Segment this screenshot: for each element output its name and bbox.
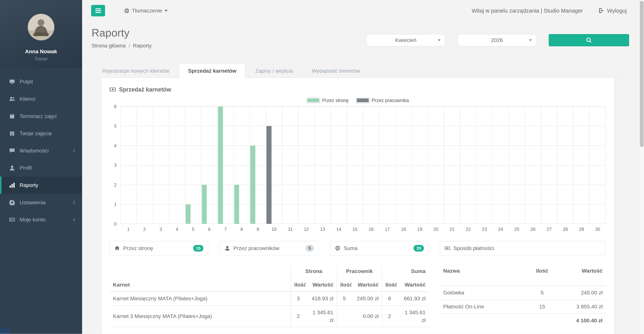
sidebar-item-label: Moje konto <box>20 216 46 223</box>
month-select-value: Kwiecień <box>395 37 416 43</box>
tab-3[interactable]: Wydajność trenerów <box>303 64 369 78</box>
x-axis-tick: 29 <box>574 227 590 232</box>
x-axis-tick: 11 <box>282 227 298 232</box>
home-icon <box>114 246 120 251</box>
payments-cell: 15 <box>528 300 557 314</box>
avatar[interactable] <box>28 14 54 40</box>
x-axis-tick: 1 <box>120 227 136 232</box>
money-icon <box>110 86 116 93</box>
user-icon <box>225 246 230 251</box>
user-icon <box>9 165 16 171</box>
summary-box-label: Suma <box>344 245 358 251</box>
y-axis-tick: 4 <box>114 143 116 148</box>
summary-box-przez-pracownikow: Przez pracowników5 <box>220 241 318 255</box>
x-axis-tick: 8 <box>234 227 250 232</box>
desktop-icon <box>9 79 16 85</box>
translate-dropdown[interactable]: Tłumaczenie <box>124 8 168 14</box>
y-axis-tick: 3 <box>114 163 116 168</box>
sales-column: Przez stronę15Przez pracowników5Suma20 S… <box>110 241 429 327</box>
sidebar-profile: Anna Nowak Trener <box>0 0 82 68</box>
search-button[interactable] <box>549 34 629 46</box>
topbar: Tłumaczenie Witaj w panelu zarządzania |… <box>82 0 644 21</box>
sidebar-item-profil[interactable]: Profil <box>0 159 82 176</box>
payments-col-header: Ilość <box>528 264 557 286</box>
money-icon <box>445 246 450 251</box>
user-role: Trener <box>4 56 78 62</box>
sales-table-row: Karnet 3 Miesięczny MATA (Pilates+Joga)2… <box>110 306 429 327</box>
legend-swatch <box>306 98 320 103</box>
page-scrollbar[interactable] <box>639 0 644 334</box>
breadcrumb: Strona główna / Raporty <box>92 42 152 49</box>
sales-col-header: Ilość <box>291 278 306 292</box>
tab-0[interactable]: Rejestracja nowych klientów <box>93 64 178 78</box>
sidebar-item-ustawienia[interactable]: Ustawienia <box>0 194 82 211</box>
tab-2[interactable]: Zapisy / wejścia <box>246 64 302 78</box>
payments-header-row: NazwaIlośćWartość <box>440 264 606 286</box>
payments-table-row: Płatność On-Line153 855.40 zł <box>440 300 606 314</box>
sidebar-item-klienci[interactable]: Klienci <box>0 90 82 108</box>
sidebar-item-moje-konto[interactable]: Moje konto <box>0 211 82 228</box>
chart-bar <box>218 106 223 224</box>
x-axis-tick: 6 <box>201 227 218 232</box>
legend-item: Przez stronę <box>306 98 349 103</box>
panel-title-text: Sprzedaż karnetów <box>119 86 171 93</box>
breadcrumb-home[interactable]: Strona główna <box>92 42 126 49</box>
x-axis-tick: 5 <box>185 227 201 232</box>
caret-down-icon <box>164 10 168 12</box>
summary-box-suma: Suma20 <box>330 241 429 255</box>
payments-col-header: Wartość <box>556 264 606 286</box>
logout-button[interactable]: Wyloguj <box>598 8 627 14</box>
x-axis-tick: 17 <box>379 227 396 232</box>
x-axis-tick: 10 <box>266 227 282 232</box>
sales-cell <box>337 306 352 327</box>
y-axis-tick: 2 <box>114 182 116 188</box>
calendar-check-icon <box>9 130 16 136</box>
sales-col-header: Wartość <box>397 278 429 292</box>
sidebar-item-label: Pulpit <box>20 78 33 85</box>
sidebar: Anna Nowak Trener PulpitKlienciTerminarz… <box>0 0 82 334</box>
sales-table-head: StronaPracownikSumaKarnetIlośćWartośćIlo… <box>110 264 429 292</box>
sales-col-header: Wartość <box>306 278 337 292</box>
sidebar-item-label: Twoje zajęcia <box>20 130 52 136</box>
month-select[interactable]: Kwiecień <box>366 34 445 46</box>
x-axis-tick: 7 <box>217 227 234 232</box>
chart-bar <box>202 185 207 224</box>
panel-title: Sprzedaż karnetów <box>110 86 606 93</box>
caret-down-icon <box>529 39 532 41</box>
sidebar-nav: PulpitKlienciTerminarz zajęćTwoje zajęci… <box>0 73 82 228</box>
y-axis-tick: 1 <box>114 202 116 207</box>
legend-label: Przez stronę <box>322 98 349 103</box>
topbar-right: Witaj w panelu zarządzania | Studio Mana… <box>472 8 627 14</box>
sales-table: StronaPracownikSumaKarnetIlośćWartośćIlo… <box>110 264 429 328</box>
sidebar-item-pulpit[interactable]: Pulpit <box>0 73 82 90</box>
x-axis-tick: 13 <box>314 227 331 232</box>
payments-column: Sposób płatności NazwaIlośćWartość Gotów… <box>440 241 606 327</box>
sign-out-icon <box>598 8 604 14</box>
comments-icon <box>9 148 16 154</box>
chevron-left-icon <box>72 200 76 205</box>
page-heading: Raporty Strona główna / Raporty Kwiecień… <box>82 21 644 49</box>
tab-1[interactable]: Sprzedaż karnetów <box>179 64 245 78</box>
summary-box-label: Sposób płatności <box>454 245 494 251</box>
year-select[interactable]: 2026 <box>458 34 536 46</box>
sales-group-row: StronaPracownikSuma <box>110 264 429 278</box>
x-axis-tick: 2 <box>136 227 153 232</box>
x-axis-tick: 22 <box>460 227 476 232</box>
x-axis-tick: 30 <box>590 227 606 232</box>
sidebar-toggle-button[interactable] <box>91 5 105 16</box>
scrollbar-thumb[interactable] <box>640 1 644 147</box>
globe-icon <box>335 246 340 251</box>
summary-box-label: Przez stronę <box>123 245 153 251</box>
sidebar-item-raporty[interactable]: Raporty <box>0 176 82 194</box>
gear-icon <box>9 200 16 206</box>
sidebar-item-wiadomosci[interactable]: Wiadomości <box>0 142 82 159</box>
payment-box-slot: Sposób płatności <box>440 241 606 255</box>
sidebar-item-terminarz-zajec[interactable]: Terminarz zajęć <box>0 108 82 125</box>
sales-cell: 2 <box>291 306 306 327</box>
sales-col-header: Ilość <box>382 278 397 292</box>
chart-plot <box>120 106 606 224</box>
sidebar-item-twoje-zajecia[interactable]: Twoje zajęcia <box>0 125 82 142</box>
payments-cell: Gotówka <box>440 286 528 300</box>
bar-chart-icon <box>9 182 16 188</box>
sales-col-header: Ilość <box>337 278 352 292</box>
